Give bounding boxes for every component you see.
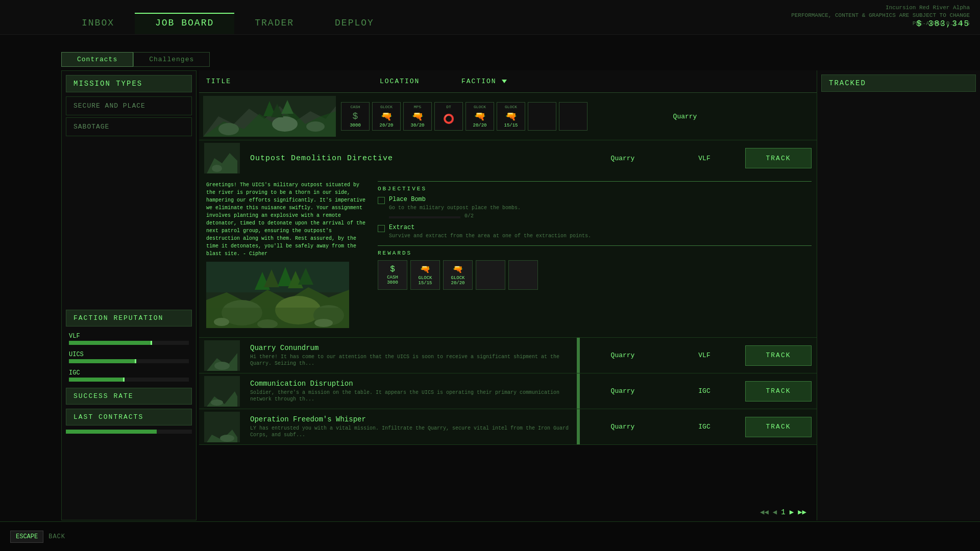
pagination: ◀◀ ◀ 1 ▶ ▶▶ xyxy=(760,508,806,516)
mission-list[interactable]: CASH $ 3000 GLOCK 🔫 20/20 MP5 🔫 30/20 DT… xyxy=(199,93,817,520)
col-location-header: LOCATION xyxy=(373,78,454,85)
objective-place-bomb-title: Place Bomb xyxy=(389,196,521,203)
objective-extract-checkbox[interactable] xyxy=(378,225,385,232)
quarry-conundrum-track-btn[interactable]: TRACK xyxy=(745,345,812,366)
freedoms-whisper-track-btn[interactable]: TRACK xyxy=(745,417,812,437)
faction-igc-pip xyxy=(123,378,125,382)
faction-dropdown-icon[interactable] xyxy=(502,80,507,83)
objective-extract-title: Extract xyxy=(389,224,591,231)
expanded-mission-location: Quarry xyxy=(582,155,664,162)
last-contracts-bar-fill xyxy=(66,430,157,434)
faction-uics-row: UICS xyxy=(66,349,192,365)
nav-tab-inbox[interactable]: INBOX xyxy=(61,13,135,34)
quarry-conundrum-desc: Hi there! It has come to our attention t… xyxy=(250,354,572,367)
main-content: TITLE LOCATION FACTION xyxy=(199,70,817,520)
mission-row-quarry-conundrum[interactable]: Quarry Conundrum Hi there! It has come t… xyxy=(199,338,817,373)
page-prev-btn[interactable]: ◀ xyxy=(773,508,777,516)
col-faction-label: FACTION xyxy=(461,78,497,85)
col-faction-header[interactable]: FACTION xyxy=(454,78,536,85)
reward-item-cash: $ CASH 3000 xyxy=(378,260,407,290)
reward-mp5: MP5 🔫 30/20 xyxy=(403,102,432,131)
sub-tab-challenges[interactable]: Challenges xyxy=(133,52,210,67)
bottom-bar: ESCAPE BACK xyxy=(0,521,980,551)
svg-point-29 xyxy=(214,362,230,370)
faction-uics-fill xyxy=(69,359,135,363)
last-contracts-bar-bg xyxy=(66,430,192,434)
svg-point-3 xyxy=(218,123,239,135)
svg-point-11 xyxy=(212,165,222,172)
expanded-mission-body: Greetings! The UICS's military outpost s… xyxy=(199,176,817,337)
reward-glock-2: GLOCK 🔫 20/20 xyxy=(465,102,494,131)
reward-empty-2 xyxy=(559,102,587,131)
page-current: 1 xyxy=(781,508,785,516)
comm-disruption-bar xyxy=(577,373,580,409)
expanded-mission-header[interactable]: Outpost Demolition Directive Quarry VLF … xyxy=(199,140,817,176)
faction-rep-header: FACTION REPUTATION xyxy=(66,310,192,327)
sub-tab-contracts[interactable]: Contracts xyxy=(61,52,133,67)
partial-row-actions: Quarry xyxy=(644,113,813,120)
faction-igc-label: IGC xyxy=(69,369,189,377)
freedoms-whisper-desc: LY has entrusted you with a vital missio… xyxy=(250,425,572,438)
sub-tabs: Contracts Challenges xyxy=(61,52,210,67)
col-title-header: TITLE xyxy=(199,78,373,85)
objective-extract-content: Extract Survive and extract from the are… xyxy=(389,224,591,239)
mission-row-comm-disruption[interactable]: Communication Disruption Soldier, there'… xyxy=(199,373,817,409)
back-label: BACK xyxy=(48,533,65,540)
mission-terrain-large-svg xyxy=(206,262,349,328)
comm-disruption-track-btn[interactable]: TRACK xyxy=(745,381,812,402)
nav-tab-deploy[interactable]: DEPLOY xyxy=(314,13,395,34)
expanded-mission-track-btn[interactable]: TRACK xyxy=(745,148,812,168)
nav-tab-trader[interactable]: TRADER xyxy=(234,13,314,34)
reward-cash-label: CASH xyxy=(387,275,398,280)
expanded-mission-left: Greetings! The UICS's military outpost s… xyxy=(199,181,373,332)
nav-tab-job-board[interactable]: JOB BOARD xyxy=(135,13,234,34)
comm-disruption-desc: Soldier, there's a mission on the table.… xyxy=(250,389,572,403)
faction-igc-row: IGC xyxy=(66,367,192,384)
reward-dt: DT ⭕ xyxy=(434,102,463,131)
whisper-thumb-svg xyxy=(207,412,237,442)
faction-vlf-pip xyxy=(151,341,152,345)
expanded-mission-title: Outpost Demolition Directive xyxy=(245,154,582,163)
objectives-section: OBJECTIVES Place Bomb Go to the military… xyxy=(378,181,812,239)
faction-vlf-row: VLF xyxy=(66,331,192,347)
reward-glock2-amount: 20/20 xyxy=(451,281,464,286)
page-next-btn[interactable]: ▶ xyxy=(790,508,794,516)
comm-thumb-svg xyxy=(207,376,237,407)
reward-glock1-label: GLOCK xyxy=(418,276,432,281)
partial-rewards: CASH $ 3000 GLOCK 🔫 20/20 MP5 🔫 30/20 DT… xyxy=(341,102,644,131)
partial-terrain-svg xyxy=(203,96,336,137)
quarry-thumb-svg xyxy=(207,340,237,371)
expanded-thumb-svg xyxy=(207,143,237,173)
cash-icon: $ xyxy=(390,265,395,274)
faction-vlf-fill xyxy=(69,341,151,345)
freedoms-whisper-title-area: Operation Freedom's Whisper LY has entru… xyxy=(245,415,577,438)
comm-disruption-title: Communication Disruption xyxy=(250,380,572,388)
svg-point-5 xyxy=(306,121,325,132)
escape-btn[interactable]: ESCAPE xyxy=(10,531,43,543)
quarry-conundrum-title-area: Quarry Conundrum Hi there! It has come t… xyxy=(245,344,577,367)
page-prev-prev-btn[interactable]: ◀◀ xyxy=(760,508,769,516)
comm-disruption-thumb xyxy=(204,376,240,407)
reward-glock-3: GLOCK 🔫 15/15 xyxy=(497,102,525,131)
objective-progress-row: 0/2 xyxy=(389,213,521,219)
rewards-label: REWARDS xyxy=(378,250,812,256)
reward-glock1-amount: 15/15 xyxy=(418,281,432,286)
mission-row-freedoms-whisper[interactable]: Operation Freedom's Whisper LY has entru… xyxy=(199,409,817,445)
freedoms-whisper-bar xyxy=(577,409,580,444)
mission-type-sabotage[interactable]: SABOTAGE xyxy=(66,117,192,136)
page-next-next-btn[interactable]: ▶▶ xyxy=(798,508,806,516)
svg-rect-13 xyxy=(206,262,349,292)
success-rate-header: SUCCESS RATE xyxy=(66,388,192,405)
expanded-mission-title-text: Outpost Demolition Directive xyxy=(250,154,577,163)
partial-mission-thumb xyxy=(203,96,336,137)
expanded-mission-image xyxy=(206,262,349,328)
mission-type-secure-place[interactable]: SECURE AND PLACE xyxy=(66,96,192,115)
reward-cash: CASH $ 3000 xyxy=(341,102,370,131)
objective-place-bomb-checkbox[interactable] xyxy=(378,197,385,204)
faction-uics-pip xyxy=(135,359,136,363)
glock1-icon: 🔫 xyxy=(420,264,430,274)
reward-glock2-label: GLOCK xyxy=(451,276,464,281)
quarry-conundrum-faction: VLF xyxy=(664,352,745,359)
objective-place-bomb: Place Bomb Go to the military outpost pl… xyxy=(378,196,812,219)
freedoms-whisper-location: Quarry xyxy=(582,423,664,431)
